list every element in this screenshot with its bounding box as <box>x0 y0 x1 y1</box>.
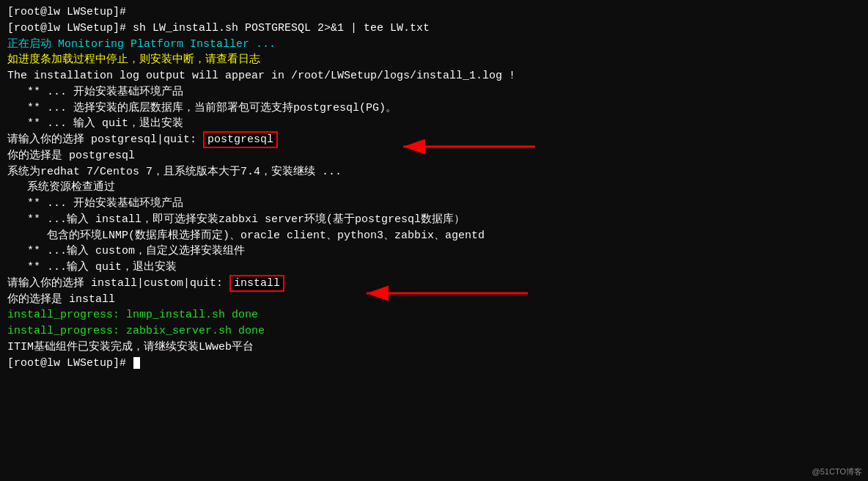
terminal-window: [root@lw LWSetup]#[root@lw LWSetup]# sh … <box>0 0 868 481</box>
terminal-line-l10: 请输入你的选择 postgresql|quit: postgresql <box>7 132 861 148</box>
terminal-line-l8: ** ... 选择安装的底层数据库，当前部署包可选支持postgresql(PG… <box>7 100 861 117</box>
terminal-line-l3: 正在启动 Monitoring Platform Installer ... <box>7 37 861 53</box>
terminal-cursor <box>133 357 140 369</box>
watermark: @51CTO博客 <box>812 466 862 478</box>
terminal-line-l25: install_progress: zabbix_server.sh done <box>7 323 861 339</box>
input-box-l10: postgresql <box>203 131 278 148</box>
terminal-line-l4: 如进度条加载过程中停止，则安装中断，请查看日志 <box>7 52 861 68</box>
terminal-line-l7: ** ... 开始安装基础环境产品 <box>7 84 861 100</box>
line-text: [root@lw LWSetup]# <box>7 357 133 370</box>
terminal-line-l9: ** ... 输入 quit，退出安装 <box>7 116 861 132</box>
terminal-line-l11: 你的选择是 postgresql <box>7 148 861 164</box>
terminal-line-l5: The installation log output will appear … <box>7 68 861 84</box>
terminal-line-l19: ** ...输入 custom，自定义选择安装组件 <box>7 243 861 260</box>
terminal-line-l16: ** ... 开始安装基础环境产品 <box>7 196 861 212</box>
terminal-line-l27: [root@lw LWSetup]# <box>7 356 861 372</box>
line-pre-text: 请输入你的选择 postgresql|quit: <box>7 133 203 146</box>
terminal-line-l13: 系统为redhat 7/Centos 7，且系统版本大于7.4，安装继续 ... <box>7 164 861 180</box>
terminal-output: [root@lw LWSetup]#[root@lw LWSetup]# sh … <box>7 4 861 371</box>
terminal-line-l26: ITIM基础组件已安装完成，请继续安装LWweb平台 <box>7 339 861 356</box>
terminal-line-l24: install_progress: lnmp_install.sh done <box>7 307 861 323</box>
terminal-line-l22: 你的选择是 install <box>7 292 861 308</box>
terminal-line-l21: 请输入你的选择 install|custom|quit: install <box>7 276 861 292</box>
terminal-line-l20: ** ...输入 quit，退出安装 <box>7 260 861 276</box>
terminal-line-l2: [root@lw LWSetup]# sh LW_install.sh POST… <box>7 21 861 37</box>
terminal-line-l18: 包含的环境LNMP(数据库根选择而定)、oracle client、python… <box>7 228 861 244</box>
input-box-l21: install <box>229 275 284 292</box>
terminal-line-l17: ** ...输入 install，即可选择安装zabbxi server环境(基… <box>7 212 861 228</box>
terminal-line-l1: [root@lw LWSetup]# <box>7 4 861 21</box>
terminal-line-l15: 系统资源检查通过 <box>7 180 861 196</box>
line-pre-text: 请输入你的选择 install|custom|quit: <box>7 277 229 290</box>
